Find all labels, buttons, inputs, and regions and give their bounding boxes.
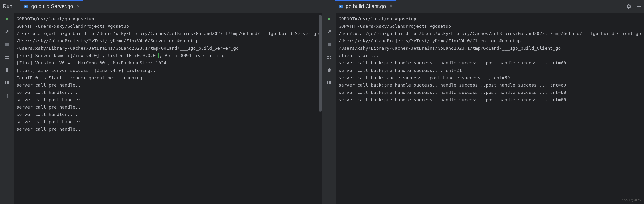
layout-icon[interactable] xyxy=(326,54,332,61)
header-actions xyxy=(626,4,642,9)
svg-rect-5 xyxy=(7,56,9,57)
svg-rect-3 xyxy=(6,43,9,46)
left-body: GOROOT=/usr/local/go #gosetup GOPATH=/Us… xyxy=(0,13,322,204)
tab-label-server: go build Server.go xyxy=(31,3,73,10)
close-icon[interactable]: ✕ xyxy=(76,4,80,9)
left-gutter xyxy=(0,13,14,204)
svg-rect-17 xyxy=(330,56,331,57)
layout-icon[interactable] xyxy=(4,54,10,61)
stop-button[interactable] xyxy=(326,41,332,48)
svg-rect-7 xyxy=(7,57,9,59)
right-header: go build Client.go ✕ xyxy=(322,0,644,13)
svg-rect-20 xyxy=(328,81,328,84)
svg-rect-13 xyxy=(637,6,641,7)
stop-button[interactable] xyxy=(4,41,10,48)
left-panel: Run: go build Server.go ✕ GOROOT=/usr/lo… xyxy=(0,0,322,204)
scrollbar[interactable] xyxy=(319,15,322,112)
right-gutter xyxy=(322,13,336,204)
svg-rect-10 xyxy=(8,81,9,84)
svg-rect-9 xyxy=(6,81,8,84)
svg-rect-19 xyxy=(330,57,331,59)
close-icon[interactable]: ✕ xyxy=(389,4,393,9)
svg-marker-2 xyxy=(6,17,9,21)
svg-rect-16 xyxy=(328,56,329,57)
minimize-icon[interactable] xyxy=(636,4,642,9)
svg-marker-14 xyxy=(328,17,331,21)
svg-rect-8 xyxy=(5,81,6,84)
right-panel: go build Client.go ✕ GOROOT=/usr/local/g… xyxy=(322,0,644,204)
rerun-button[interactable] xyxy=(326,16,332,22)
svg-rect-18 xyxy=(328,57,329,59)
watermark: CSDN @MPE~ xyxy=(622,199,641,202)
tab-label-client: go build Client.go xyxy=(346,3,386,10)
svg-rect-4 xyxy=(5,56,7,57)
columns-icon[interactable] xyxy=(326,79,332,86)
run-label: Run: xyxy=(3,3,14,10)
svg-rect-21 xyxy=(329,81,330,84)
svg-rect-15 xyxy=(328,43,331,46)
pin-icon[interactable] xyxy=(4,92,10,99)
tab-client[interactable]: go build Client.go ✕ xyxy=(335,0,396,13)
wrench-icon[interactable] xyxy=(4,28,10,35)
left-header: Run: go build Server.go ✕ xyxy=(0,0,322,13)
trash-icon[interactable] xyxy=(326,67,332,73)
svg-rect-22 xyxy=(330,81,331,84)
wrench-icon[interactable] xyxy=(326,28,332,35)
right-console[interactable]: GOROOT=/usr/local/go #gosetup GOPATH=/Us… xyxy=(336,13,644,204)
left-console[interactable]: GOROOT=/usr/local/go #gosetup GOPATH=/Us… xyxy=(14,13,322,204)
columns-icon[interactable] xyxy=(4,79,10,86)
right-body: GOROOT=/usr/local/go #gosetup GOPATH=/Us… xyxy=(322,13,644,204)
tab-server[interactable]: go build Server.go ✕ xyxy=(20,0,82,13)
rerun-button[interactable] xyxy=(4,16,10,22)
svg-rect-6 xyxy=(5,57,7,59)
pin-icon[interactable] xyxy=(326,92,332,99)
go-run-icon xyxy=(23,4,29,9)
trash-icon[interactable] xyxy=(4,67,10,73)
run-tool-window: Run: go build Server.go ✕ GOROOT=/usr/lo… xyxy=(0,0,644,204)
gear-icon[interactable] xyxy=(626,4,632,9)
go-run-icon xyxy=(338,4,344,9)
